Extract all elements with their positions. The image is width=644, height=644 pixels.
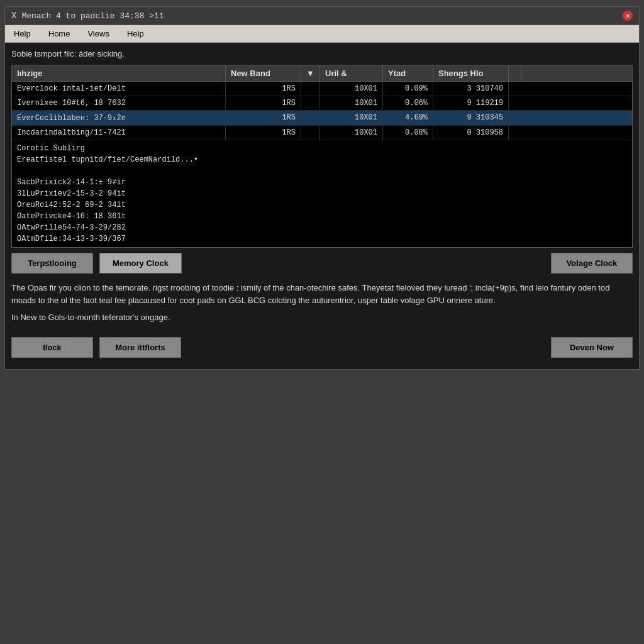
menu-help2[interactable]: Help: [125, 28, 147, 40]
title-bar: X Menach 4 to padclie 34:38 >11 ✕: [5, 7, 639, 25]
table-row: Incdarindaltbing/11-7421 1RS 10X01 0.08%…: [12, 126, 632, 140]
cell: Ivernixee 10#t6, 18 7632: [12, 96, 226, 110]
table-row-selected[interactable]: EverCocliblabeн: 37-9₂2e 1RS 10X01 4.69%…: [12, 111, 632, 126]
subtitle-text: Sobie tsmport filc: äder sicking.: [11, 49, 633, 58]
list-item: SacbPrixick2-14-1:± 9≠ir: [17, 177, 627, 188]
menu-views[interactable]: Views: [85, 28, 111, 40]
more-button[interactable]: More ittflorts: [99, 337, 181, 358]
list-item: 3lLuPrixiev2-15-3-2 94it: [17, 188, 627, 199]
memory-clock-button[interactable]: Memory Clock: [99, 253, 182, 274]
description-area: The Opas fir you clion to the temorate. …: [11, 279, 633, 332]
cell: 1RS: [226, 111, 301, 125]
cell: Everclock intal-iet/Delt: [12, 82, 226, 96]
table-row: Everclock intal-iet/Delt 1RS 10X01 0.09%…: [12, 82, 632, 96]
window-title: Menach 4 to padclie 34:38 >11: [21, 11, 164, 21]
cell: Incdarindaltbing/11-7421: [12, 126, 226, 140]
cell: 9 310345: [433, 111, 509, 125]
list-item: Ereatfistel tupnitd/fiet/CeemNardild...•: [17, 154, 627, 165]
description-paragraph-1: The Opas fir you clion to the temorate. …: [11, 282, 633, 306]
list-item: OatePrivcke4-16: 18 361t: [17, 211, 627, 222]
cell: 10X01: [320, 96, 383, 110]
cell: 0.06%: [383, 96, 433, 110]
menu-bar: Help Home Views Help: [5, 25, 639, 43]
list-item: [17, 165, 627, 177]
cell: 0 310958: [433, 126, 509, 140]
cell: 10X01: [320, 82, 383, 96]
cell: [301, 82, 320, 96]
table-row: Ivernixee 10#t6, 18 7632 1RS 10X01 0.06%…: [12, 96, 632, 111]
close-button[interactable]: ✕: [623, 11, 633, 21]
scrollbar-header: [509, 65, 521, 81]
extra-data-rows: Corotic Sublirg Ereatfistel tupnitd/fiet…: [12, 140, 632, 247]
col-header-3: Uril &: [320, 65, 383, 81]
volage-clock-button[interactable]: Volage Clock: [551, 253, 633, 274]
data-table: Iıhzige New Band ▼ Uril & Ytad Shengs Hl…: [11, 65, 633, 248]
terp-button[interactable]: Terp≤tlooing: [11, 253, 93, 274]
cell: 4.69%: [383, 111, 433, 125]
cell: 3 310740: [433, 82, 509, 96]
cell: [301, 96, 320, 110]
cell: 1RS: [226, 96, 301, 110]
cell: 1RS: [226, 82, 301, 96]
deven-now-button[interactable]: Deven Now: [551, 337, 633, 358]
cell: 1RS: [226, 126, 301, 140]
menu-help1[interactable]: Help: [11, 28, 33, 40]
cell: [301, 111, 320, 125]
col-header-1: Iıhzige: [12, 65, 226, 81]
cell: [301, 126, 320, 140]
list-item: OAtwPrille54-74-3-29/282: [17, 222, 627, 233]
table-header: Iıhzige New Band ▼ Uril & Ytad Shengs Hl…: [12, 65, 632, 82]
table-body[interactable]: Everclock intal-iet/Delt 1RS 10X01 0.09%…: [12, 82, 632, 247]
col-header-dropdown[interactable]: ▼: [301, 65, 320, 81]
bottom-buttons-row: Ilock More ittflorts Deven Now: [11, 332, 633, 363]
col-header-2: New Band: [226, 65, 301, 81]
list-item: OreuRoi42:52-2 69-2 34it: [17, 199, 627, 211]
cell: 0.08%: [383, 126, 433, 140]
list-item: Corotic Sublirg: [17, 143, 627, 154]
cell: 0.09%: [383, 82, 433, 96]
cell: 10X01: [320, 111, 383, 125]
cell: EverCocliblabeн: 37-9₂2e: [12, 111, 226, 125]
col-header-4: Ytad: [383, 65, 433, 81]
cell: 10X01: [320, 126, 383, 140]
list-item: OAtmDfile:34-13-3-39/367: [17, 233, 627, 245]
lock-button[interactable]: Ilock: [11, 337, 93, 358]
action-buttons-row: Terp≤tlooing Memory Clock Volage Clock: [11, 248, 633, 279]
description-paragraph-2: In New to Gols-to-month teferator's onga…: [11, 311, 633, 324]
menu-home[interactable]: Home: [46, 28, 73, 40]
app-icon: X: [11, 11, 16, 21]
content-area: Sobie tsmport filc: äder sicking. Iıhzig…: [5, 43, 639, 369]
col-header-5: Shengs Hlo: [433, 65, 509, 81]
cell: 9 119219: [433, 96, 509, 110]
